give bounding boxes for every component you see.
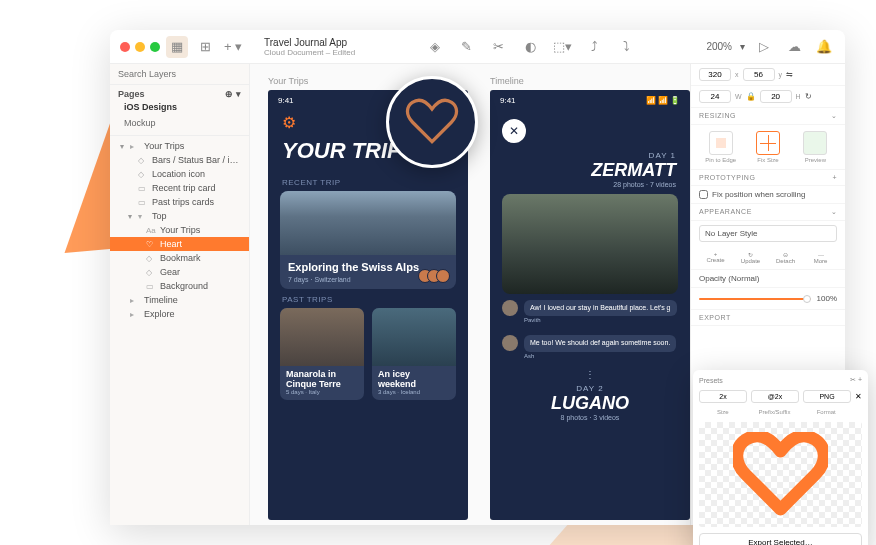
scissors-icon[interactable]: ✂ bbox=[488, 36, 510, 58]
components-icon[interactable]: ⊞ bbox=[194, 36, 216, 58]
remove-preset-icon[interactable]: ✕ bbox=[855, 392, 862, 401]
knife-icon[interactable]: ✂ bbox=[850, 376, 856, 383]
past-trip-card: Manarola in Cinque Terre5 days · Italy bbox=[280, 308, 364, 401]
artboard-label[interactable]: Timeline bbox=[490, 76, 524, 86]
h-field[interactable] bbox=[760, 90, 792, 103]
canvas[interactable]: Your Trips Timeline 9:41📶 📶 🔋 ⚙ YOUR TRI… bbox=[250, 64, 690, 525]
panel-toggle-icon[interactable]: ▦ bbox=[166, 36, 188, 58]
layer-item[interactable]: AaYour Trips bbox=[110, 223, 249, 237]
lock-icon[interactable]: 🔒 bbox=[746, 92, 756, 101]
close-icon: ✕ bbox=[502, 119, 526, 143]
layer-item[interactable]: ▭Recent trip card bbox=[110, 181, 249, 195]
left-sidebar: Pages⊕ ▾ iOS Designs Mockup ▾▸Your Trips… bbox=[110, 64, 250, 525]
pin-edge-button[interactable]: Pin to Edge bbox=[699, 131, 742, 163]
close-dot[interactable] bbox=[120, 42, 130, 52]
layer-item[interactable]: ▾▾Top bbox=[110, 209, 249, 223]
preview-button[interactable]: Preview bbox=[794, 131, 837, 163]
avatar bbox=[502, 335, 518, 351]
add-preset-icon[interactable]: + bbox=[858, 376, 862, 383]
layer-item[interactable]: ◇Bookmark bbox=[110, 251, 249, 265]
forward-icon[interactable]: ⤴ bbox=[584, 36, 606, 58]
bell-icon[interactable]: 🔔 bbox=[813, 36, 835, 58]
flip-icon[interactable]: ⇋ bbox=[786, 70, 793, 79]
create-style-button[interactable]: +Create bbox=[699, 249, 732, 266]
layer-item[interactable]: ▾▸Your Trips bbox=[110, 139, 249, 153]
layer-item[interactable]: ▸Timeline bbox=[110, 293, 249, 307]
layer-item[interactable]: ◇Location icon bbox=[110, 167, 249, 181]
zoom-level[interactable]: 200% bbox=[706, 41, 732, 52]
export-format-select[interactable]: PNG bbox=[803, 390, 851, 403]
past-trip-card: An icey weekend3 days · Iceland bbox=[372, 308, 456, 401]
layer-list: ▾▸Your Trips◇Bars / Status Bar / iPhone…… bbox=[110, 136, 249, 525]
traffic-lights[interactable] bbox=[120, 42, 160, 52]
pages-label: Pages bbox=[118, 89, 145, 99]
rotate-icon[interactable]: ↻ bbox=[805, 92, 812, 101]
chevron-down-icon[interactable]: ⌄ bbox=[831, 112, 838, 120]
chevron-down-icon[interactable]: ⌄ bbox=[831, 208, 838, 216]
layer-item[interactable]: ◇Gear bbox=[110, 265, 249, 279]
pen-icon[interactable]: ✎ bbox=[456, 36, 478, 58]
search-input[interactable] bbox=[118, 69, 241, 79]
photo bbox=[502, 194, 678, 294]
cloud-icon[interactable]: ☁ bbox=[783, 36, 805, 58]
fix-scroll-checkbox[interactable] bbox=[699, 190, 708, 199]
layer-item[interactable]: ▭Background bbox=[110, 279, 249, 293]
x-field[interactable] bbox=[699, 68, 731, 81]
union-icon[interactable]: ⬚▾ bbox=[552, 36, 574, 58]
recent-trip-card: Exploring the Swiss Alps 7 days · Switze… bbox=[280, 191, 456, 289]
search-layers[interactable] bbox=[110, 64, 249, 85]
opacity-slider[interactable]: 100% bbox=[691, 288, 845, 310]
document-title: Travel Journal App Cloud Document – Edit… bbox=[264, 37, 355, 57]
add-icon[interactable]: + ▾ bbox=[222, 36, 244, 58]
detach-style-button[interactable]: ⊝Detach bbox=[769, 249, 802, 266]
maximize-dot[interactable] bbox=[150, 42, 160, 52]
layer-item[interactable]: ▭Past trips cards bbox=[110, 195, 249, 209]
titlebar: ▦ ⊞ + ▾ Travel Journal App Cloud Documen… bbox=[110, 30, 845, 64]
export-preview bbox=[699, 422, 862, 527]
symbol-icon[interactable]: ◈ bbox=[424, 36, 446, 58]
avatar bbox=[502, 300, 518, 316]
w-field[interactable] bbox=[699, 90, 731, 103]
export-size-select[interactable]: 2x bbox=[699, 390, 747, 403]
y-field[interactable] bbox=[743, 68, 775, 81]
artboard-timeline[interactable]: 9:41📶 📶 🔋 ✕ DAY 1 ZERMATT 28 photos · 7 … bbox=[490, 90, 690, 520]
play-icon[interactable]: ▷ bbox=[753, 36, 775, 58]
fix-size-button[interactable]: Fix Size bbox=[746, 131, 789, 163]
backward-icon[interactable]: ⤵ bbox=[616, 36, 638, 58]
mask-icon[interactable]: ◐ bbox=[520, 36, 542, 58]
page-item[interactable]: iOS Designs bbox=[118, 99, 241, 115]
more-style-button[interactable]: ⋯More bbox=[804, 249, 837, 266]
layer-style-select[interactable]: No Layer Style bbox=[699, 225, 837, 242]
page-item[interactable]: Mockup bbox=[118, 115, 241, 131]
layer-item[interactable]: ▸Explore bbox=[110, 307, 249, 321]
export-prefix-field[interactable]: @2x bbox=[751, 390, 799, 403]
layer-item[interactable]: ♡Heart bbox=[110, 237, 249, 251]
minimize-dot[interactable] bbox=[135, 42, 145, 52]
add-icon[interactable]: + bbox=[832, 174, 837, 181]
artboard-label[interactable]: Your Trips bbox=[268, 76, 308, 86]
update-style-button[interactable]: ↻Update bbox=[734, 249, 767, 266]
heart-zoom-preview bbox=[386, 76, 478, 168]
export-panel: Presets✂ + 2x @2x PNG ✕ Size Prefix/Suff… bbox=[693, 370, 868, 545]
export-selected-button[interactable]: Export Selected… bbox=[699, 533, 862, 545]
add-page-icon[interactable]: ⊕ ▾ bbox=[225, 89, 241, 99]
layer-item[interactable]: ◇Bars / Status Bar / iPhone… bbox=[110, 153, 249, 167]
